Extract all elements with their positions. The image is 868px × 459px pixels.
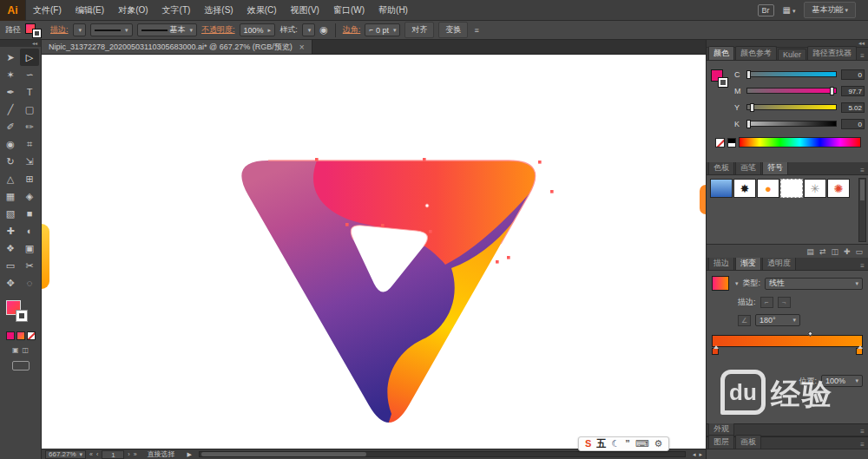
- scroll-right-icon[interactable]: ▸: [699, 451, 702, 458]
- rotate-tool[interactable]: ↻: [1, 153, 20, 170]
- wubi-mode[interactable]: 五: [596, 437, 606, 450]
- gradient-stop-right[interactable]: [856, 348, 863, 355]
- tab-图层[interactable]: 图层: [708, 435, 734, 449]
- tab-画笔[interactable]: 画笔: [735, 161, 761, 174]
- slider-thumb[interactable]: [746, 70, 751, 79]
- first-artboard-button[interactable]: «: [89, 451, 93, 457]
- width-tool[interactable]: △: [1, 170, 20, 187]
- stroke-weight-select[interactable]: ▾: [73, 23, 87, 36]
- sogou-logo[interactable]: S: [585, 437, 591, 450]
- gradient-midpoint-handle[interactable]: [807, 331, 813, 337]
- menu-item-6[interactable]: 视图(V): [284, 0, 326, 21]
- symbol-libraries-icon[interactable]: ▤: [806, 247, 814, 256]
- tab-路径查找器[interactable]: 路径查找器: [807, 46, 857, 60]
- anchor-point[interactable]: [496, 260, 499, 264]
- lasso-tool[interactable]: ∽: [20, 66, 39, 83]
- channel-value-M[interactable]: 97.7: [841, 86, 865, 96]
- menu-item-5[interactable]: 效果(C): [240, 0, 284, 21]
- mesh-tool[interactable]: ▧: [1, 205, 20, 222]
- channel-value-Y[interactable]: 5.02: [841, 102, 865, 113]
- horizontal-scrollbar-thumb[interactable]: [201, 452, 366, 456]
- next-artboard-button[interactable]: ›: [128, 451, 129, 457]
- anchor-point[interactable]: [538, 161, 542, 164]
- tab-描边[interactable]: 描边: [708, 256, 734, 270]
- triangle-logo-artwork[interactable]: [221, 154, 556, 444]
- document-tab[interactable]: Nipic_31372278_20200503110305683000.ai* …: [42, 40, 312, 54]
- tab-透明度[interactable]: 透明度: [762, 256, 796, 270]
- slider-thumb[interactable]: [750, 103, 754, 112]
- menu-item-4[interactable]: 选择(S): [197, 0, 240, 21]
- gradient-type-select[interactable]: 线性▾: [765, 278, 863, 290]
- corner-radius-select[interactable]: ⌐0 pt▾: [365, 23, 400, 36]
- paintbrush-tool[interactable]: ✐: [1, 118, 20, 135]
- channel-slider-Y[interactable]: [746, 104, 837, 110]
- draw-behind-icon[interactable]: ◫: [23, 346, 30, 354]
- style-select[interactable]: ▾: [302, 23, 316, 36]
- channel-value-C[interactable]: 0: [841, 69, 865, 80]
- bridge-button[interactable]: Br: [758, 4, 774, 16]
- none-swatch[interactable]: [715, 138, 725, 148]
- gradient-position-select[interactable]: 100%▾: [821, 375, 863, 387]
- panel-fill-stroke[interactable]: [711, 69, 732, 92]
- stroke-along-icon[interactable]: ¬: [778, 297, 791, 308]
- corners-link[interactable]: 边角:: [343, 24, 361, 36]
- landscape-symbol[interactable]: [710, 179, 733, 198]
- color-mode-button[interactable]: [6, 331, 15, 340]
- free-transform-tool[interactable]: ⊞: [20, 170, 39, 187]
- zoom-level-select[interactable]: 667.27%▾: [45, 450, 86, 459]
- opacity-panel-link[interactable]: 不透明度:: [201, 24, 235, 36]
- slice-tool[interactable]: ✂: [20, 257, 39, 274]
- magic-wand-tool[interactable]: ✶: [1, 66, 20, 83]
- tab-颜色[interactable]: 颜色: [708, 46, 734, 60]
- menu-item-1[interactable]: 编辑(E): [69, 0, 111, 21]
- place-symbol-icon[interactable]: ⇄: [819, 247, 826, 256]
- blend-tool[interactable]: ◐: [20, 222, 39, 239]
- gradient-tool[interactable]: ■: [20, 205, 39, 222]
- horizontal-scrollbar[interactable]: [199, 451, 686, 457]
- stroke-panel-link[interactable]: 描边:: [50, 24, 69, 36]
- stroke-swatch[interactable]: [32, 29, 42, 38]
- line-segment-tool[interactable]: ╱: [1, 101, 20, 118]
- scale-tool[interactable]: ⇲: [20, 153, 39, 170]
- punctuation-icon[interactable]: ”: [625, 437, 630, 450]
- last-artboard-button[interactable]: »: [134, 451, 137, 457]
- canvas[interactable]: [42, 55, 706, 449]
- break-link-icon[interactable]: ◫: [831, 247, 838, 256]
- tab-色板[interactable]: 色板: [708, 161, 734, 174]
- tab-颜色参考[interactable]: 颜色参考: [735, 46, 777, 60]
- toolbar-fill-stroke[interactable]: [6, 300, 36, 328]
- channel-slider-M[interactable]: [746, 88, 837, 94]
- app-logo-icon[interactable]: Ai: [0, 0, 26, 21]
- tab-符号[interactable]: 符号: [762, 161, 788, 174]
- gear-flower-symbol[interactable]: ✳: [804, 179, 826, 198]
- pencil-tool[interactable]: ✏: [20, 118, 39, 135]
- none-mode-button[interactable]: [27, 331, 36, 340]
- menu-item-7[interactable]: 窗口(W): [326, 0, 372, 21]
- column-graph-tool[interactable]: ▣: [20, 239, 39, 257]
- offcanvas-yellow-object[interactable]: [42, 224, 49, 289]
- opacity-value-select[interactable]: 100%▸: [240, 23, 276, 36]
- prev-artboard-button[interactable]: ‹: [96, 451, 98, 457]
- anchor-point-unselected[interactable]: [425, 204, 429, 207]
- panel-menu-icon[interactable]: ≡: [860, 428, 868, 436]
- symbols-scrollbar-thumb[interactable]: [860, 180, 865, 200]
- panel-menu-icon[interactable]: ≡: [860, 441, 868, 449]
- menu-item-8[interactable]: 帮助(H): [372, 0, 415, 21]
- hand-tool[interactable]: ✥: [1, 274, 20, 292]
- menu-item-2[interactable]: 对象(O): [111, 0, 155, 21]
- panel-menu-icon[interactable]: ≡: [860, 262, 868, 270]
- artboard-number-field[interactable]: 1: [102, 450, 124, 459]
- zoom-tool[interactable]: ◌: [20, 274, 39, 292]
- gradient-swatch[interactable]: [712, 276, 729, 291]
- panel-menu-icon[interactable]: ≡: [860, 52, 868, 60]
- tools-panel-header[interactable]: ◂◂: [0, 40, 41, 47]
- tab-渐变[interactable]: 渐变: [735, 256, 761, 270]
- selection-tool[interactable]: ➤: [1, 49, 20, 66]
- width-profile-select[interactable]: ▾: [90, 23, 133, 36]
- gradient-slider-bar[interactable]: [712, 335, 863, 347]
- screen-mode-button[interactable]: [12, 361, 30, 370]
- channel-slider-C[interactable]: [746, 71, 837, 77]
- pen-tool[interactable]: ✒: [1, 83, 20, 101]
- panel-menu-icon[interactable]: ≡: [860, 167, 868, 174]
- gradient-mode-button[interactable]: [16, 331, 25, 340]
